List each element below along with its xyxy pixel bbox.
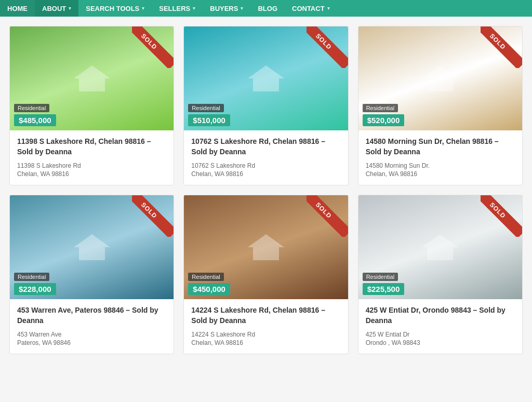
nav-label: CONTACT: [292, 5, 325, 12]
listing-image: Residential$228,000: [10, 195, 174, 299]
svg-rect-2: [83, 80, 89, 85]
price-label: $450,000: [188, 283, 230, 295]
nav-label: ABOUT: [42, 5, 66, 12]
address-line1: 425 W Entiat Dr: [366, 331, 515, 338]
svg-rect-6: [257, 80, 263, 85]
chevron-down-icon: ▾: [327, 6, 330, 11]
svg-rect-11: [443, 80, 449, 85]
address-line2: Chelan, WA 98816: [191, 339, 340, 346]
card-body: 14580 Morning Sun Dr, Chelan 98816 – Sol…: [358, 130, 522, 185]
chevron-down-icon: ▾: [69, 6, 71, 11]
price-label: $225,500: [363, 283, 405, 295]
property-type-label: Residential: [14, 273, 49, 281]
address-line2: Chelan, WA 98816: [17, 170, 166, 178]
listing-title[interactable]: 453 Warren Ave, Pateros 98846 – Sold by …: [17, 305, 166, 326]
card-labels: Residential$520,000: [358, 100, 409, 130]
listing-title[interactable]: 14580 Morning Sun Dr, Chelan 98816 – Sol…: [366, 137, 515, 157]
card-labels: Residential$510,000: [184, 100, 234, 130]
listing-image: Residential$225,500: [358, 195, 522, 299]
listing-image: Residential$450,000: [184, 195, 348, 299]
nav-label: HOME: [7, 5, 28, 12]
card-body: 453 Warren Ave, Pateros 98846 – Sold by …: [10, 299, 174, 354]
svg-rect-22: [431, 249, 437, 254]
address-line1: 10762 S Lakeshore Rd: [191, 162, 340, 169]
nav-label: BLOG: [258, 5, 277, 12]
listing-card[interactable]: Residential$485,00011398 S Lakeshore Rd,…: [9, 26, 174, 185]
property-type-label: Residential: [363, 273, 398, 281]
address-line2: Orondo , WA 98843: [366, 339, 515, 346]
price-label: $520,000: [363, 114, 405, 126]
svg-rect-18: [257, 249, 263, 254]
listing-title[interactable]: 10762 S Lakeshore Rd, Chelan 98816 – Sol…: [191, 137, 340, 157]
address-line1: 453 Warren Ave: [17, 331, 166, 338]
property-type-label: Residential: [363, 104, 398, 112]
card-body: 10762 S Lakeshore Rd, Chelan 98816 – Sol…: [184, 130, 348, 185]
svg-rect-10: [431, 80, 437, 85]
listing-image: Residential$510,000: [184, 26, 348, 130]
svg-rect-23: [443, 249, 449, 254]
listing-title[interactable]: 11398 S Lakeshore Rd, Chelan 98816 – Sol…: [17, 137, 166, 157]
listing-card[interactable]: Residential$228,000453 Warren Ave, Pater…: [9, 195, 174, 354]
nav-label: SELLERS: [159, 5, 190, 12]
svg-rect-3: [95, 80, 101, 85]
svg-rect-19: [269, 249, 275, 254]
nav-item-search-tools[interactable]: SEARCH TOOLS▾: [78, 0, 152, 17]
chevron-down-icon: ▾: [241, 6, 243, 11]
listing-title[interactable]: 425 W Entiat Dr, Orondo 98843 – Sold by …: [366, 305, 515, 326]
card-labels: Residential$228,000: [10, 269, 60, 299]
price-label: $228,000: [14, 283, 56, 295]
price-label: $510,000: [188, 114, 230, 126]
address-line1: 11398 S Lakeshore Rd: [17, 162, 166, 169]
nav-item-home[interactable]: HOME: [0, 0, 35, 17]
nav-item-blog[interactable]: BLOG: [250, 0, 285, 17]
property-type-label: Residential: [188, 273, 223, 281]
price-label: $485,000: [14, 114, 56, 126]
listing-image: Residential$520,000: [358, 26, 522, 130]
nav-item-contact[interactable]: CONTACT▾: [285, 0, 337, 17]
card-labels: Residential$485,000: [10, 100, 60, 130]
address-line1: 14580 Morning Sun Dr.: [366, 162, 515, 169]
chevron-down-icon: ▾: [142, 6, 144, 11]
svg-rect-7: [269, 80, 275, 85]
address-line2: Pateros, WA 98846: [17, 339, 166, 346]
address-line2: Chelan, WA 98816: [191, 170, 340, 178]
listing-title[interactable]: 14224 S Lakeshore Rd, Chelan 98816 – Sol…: [191, 305, 340, 326]
svg-rect-15: [95, 249, 101, 254]
listing-card[interactable]: Residential$225,500425 W Entiat Dr, Oron…: [358, 195, 523, 354]
nav-item-buyers[interactable]: BUYERS▾: [203, 0, 250, 17]
address-line2: Chelan, WA 98816: [366, 170, 515, 178]
listing-card[interactable]: Residential$450,00014224 S Lakeshore Rd,…: [183, 195, 348, 354]
card-body: 14224 S Lakeshore Rd, Chelan 98816 – Sol…: [184, 299, 348, 354]
main-nav: HOMEABOUT▾SEARCH TOOLS▾SELLERS▾BUYERS▾BL…: [0, 0, 532, 17]
card-body: 11398 S Lakeshore Rd, Chelan 98816 – Sol…: [10, 130, 174, 185]
listing-image: Residential$485,000: [10, 26, 174, 130]
nav-item-about[interactable]: ABOUT▾: [35, 0, 78, 17]
property-type-label: Residential: [188, 104, 223, 112]
card-labels: Residential$450,000: [184, 269, 234, 299]
property-type-label: Residential: [14, 104, 49, 112]
nav-label: BUYERS: [210, 5, 238, 12]
card-body: 425 W Entiat Dr, Orondo 98843 – Sold by …: [358, 299, 522, 354]
listing-card[interactable]: Residential$520,00014580 Morning Sun Dr,…: [358, 26, 523, 185]
listing-grid: Residential$485,00011398 S Lakeshore Rd,…: [0, 17, 532, 364]
nav-item-sellers[interactable]: SELLERS▾: [152, 0, 203, 17]
nav-label: SEARCH TOOLS: [86, 5, 139, 12]
card-labels: Residential$225,500: [358, 269, 409, 299]
chevron-down-icon: ▾: [193, 6, 195, 11]
svg-rect-14: [83, 249, 89, 254]
listing-card[interactable]: Residential$510,00010762 S Lakeshore Rd,…: [183, 26, 348, 185]
address-line1: 14224 S Lakeshore Rd: [191, 331, 340, 338]
